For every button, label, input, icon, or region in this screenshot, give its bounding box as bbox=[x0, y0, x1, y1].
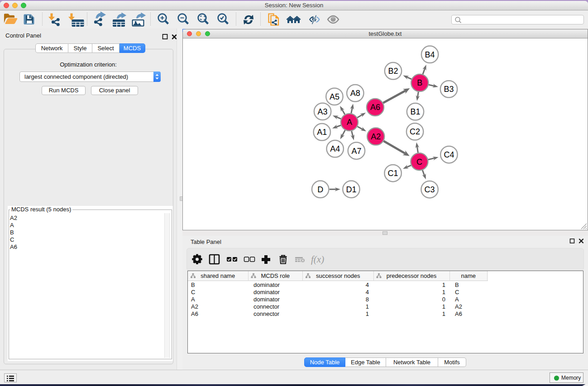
svg-text:A4: A4 bbox=[330, 144, 340, 153]
svg-text:B: B bbox=[417, 78, 422, 87]
svg-text:D: D bbox=[317, 185, 323, 194]
svg-text:f(x): f(x) bbox=[311, 254, 324, 265]
svg-text:C1: C1 bbox=[388, 169, 398, 178]
svg-text:A: A bbox=[347, 118, 352, 127]
svg-text:D1: D1 bbox=[346, 185, 356, 194]
svg-text:B2: B2 bbox=[388, 67, 398, 76]
svg-text:A7: A7 bbox=[351, 147, 361, 156]
svg-text:B1: B1 bbox=[410, 107, 420, 116]
svg-text:C3: C3 bbox=[425, 185, 435, 194]
svg-text:C: C bbox=[416, 157, 422, 167]
svg-text:A8: A8 bbox=[350, 89, 360, 98]
svg-text:A5: A5 bbox=[330, 92, 339, 101]
svg-text:A3: A3 bbox=[318, 107, 328, 116]
svg-text:B3: B3 bbox=[444, 85, 454, 94]
svg-text:A1: A1 bbox=[317, 128, 327, 137]
svg-text:A6: A6 bbox=[370, 103, 380, 112]
svg-text:C4: C4 bbox=[444, 150, 454, 159]
svg-text:A2: A2 bbox=[371, 132, 381, 141]
svg-text:B4: B4 bbox=[425, 50, 435, 59]
svg-text:C2: C2 bbox=[410, 127, 420, 136]
